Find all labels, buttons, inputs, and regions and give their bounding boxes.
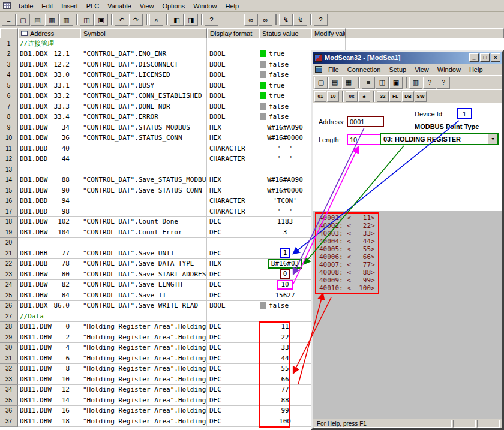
status-value-cell[interactable]: B#16#03 xyxy=(259,259,311,270)
menu-edit[interactable]: Edit xyxy=(37,1,57,11)
address-cell[interactable]: DB11.DBW10 xyxy=(18,374,80,385)
copy-button[interactable]: ◫ xyxy=(80,14,94,26)
symbol-cell[interactable] xyxy=(80,154,207,165)
status-value-cell[interactable]: 100 xyxy=(259,416,311,427)
format-cell[interactable]: BOOL xyxy=(207,112,259,123)
modbus-point-type-select[interactable]: 03: HOLDING REGISTER ▼ xyxy=(380,133,499,145)
address-cell[interactable]: DB11.DBW6 xyxy=(18,353,80,364)
address-cell[interactable]: DB11.DBW14 xyxy=(18,395,80,406)
row-number[interactable]: 10 xyxy=(0,133,18,144)
format-cell[interactable]: HEX xyxy=(207,133,259,144)
menu-variable[interactable]: Variable xyxy=(103,1,136,11)
row-number[interactable]: 35 xyxy=(0,395,18,406)
address-cell[interactable]: DB11.DBW12 xyxy=(18,385,80,396)
disconnect-plc-button[interactable]: ◨ xyxy=(184,14,198,26)
row-number[interactable]: 34 xyxy=(0,385,18,396)
status-value-cell[interactable]: 88 xyxy=(259,395,311,406)
modscan-menu-setup[interactable]: Setup xyxy=(385,64,410,75)
monitor-once-button[interactable]: ∞ xyxy=(244,14,258,26)
format-cell[interactable]: HEX xyxy=(207,185,259,196)
status-value-cell[interactable] xyxy=(259,238,311,249)
format-cell[interactable]: BOOL xyxy=(207,49,259,60)
symbol-cell[interactable]: "Holding Register Area".Holding_R xyxy=(80,416,207,427)
format-cell[interactable]: DEC xyxy=(207,395,259,406)
row-number[interactable]: 19 xyxy=(0,227,18,238)
status-value-cell[interactable]: 1 xyxy=(259,248,311,259)
format-cell[interactable] xyxy=(207,238,259,249)
modscan-menu-help[interactable]: Help xyxy=(465,64,487,75)
modify-value-header[interactable]: Modify value xyxy=(311,28,346,38)
help-what-button[interactable]: ? xyxy=(314,14,328,26)
symbol-cell[interactable]: "CONTROL_DAT".DISCONNECT xyxy=(80,59,207,70)
row-number[interactable]: 3 xyxy=(0,59,18,70)
menu-table[interactable]: Table xyxy=(13,1,37,11)
status-value-cell[interactable]: ' ' xyxy=(259,143,311,154)
status-value-cell[interactable]: false xyxy=(259,70,311,81)
symbol-cell[interactable]: "CONTROL_DAT".BUSY xyxy=(80,80,207,91)
row-number[interactable]: 27 xyxy=(0,311,18,322)
status-value-cell[interactable] xyxy=(259,311,311,322)
symbol-cell[interactable]: "Holding Register Area".Holding_R xyxy=(80,406,207,417)
symbol-cell[interactable]: "CONTROL_DAT".Save_WRITE_READ xyxy=(80,301,207,312)
register-row[interactable]: 40005: < 55> xyxy=(319,245,375,253)
redo-button[interactable]: ↷ xyxy=(129,14,143,26)
row-number[interactable]: 13 xyxy=(0,164,18,175)
address-cell[interactable]: DB1.DBD94 xyxy=(18,196,80,207)
register-row[interactable]: 40001: < 11> xyxy=(319,214,375,222)
status-value-cell[interactable]: ' ' xyxy=(259,154,311,165)
format-cell[interactable]: BOOL xyxy=(207,101,259,112)
symbol-cell[interactable] xyxy=(80,38,207,49)
save-file-button[interactable]: ▦ xyxy=(342,77,355,89)
menu-plc[interactable]: PLC xyxy=(82,1,103,11)
row-number[interactable]: 37 xyxy=(0,416,18,427)
address-cell[interactable]: DB11.DBW8 xyxy=(18,364,80,375)
row-number[interactable]: 36 xyxy=(0,406,18,417)
address-cell[interactable]: DB1.DBW90 xyxy=(18,185,80,196)
status-value-cell[interactable]: 99 xyxy=(259,406,311,417)
modscan-titlebar[interactable]: ModScan32 - [ModSca1] _□× xyxy=(313,52,502,64)
address-cell[interactable]: DB1.DBW82 xyxy=(18,280,80,291)
format-cell[interactable]: HEX xyxy=(207,175,259,186)
fmt-binary-button[interactable]: 01 xyxy=(314,91,326,102)
status-value-cell[interactable]: 22 xyxy=(259,332,311,343)
status-value-cell[interactable]: false xyxy=(259,112,311,123)
symbol-cell[interactable]: "CONTROL_DAT".Count_Error xyxy=(80,227,207,238)
row-number[interactable]: 25 xyxy=(0,290,18,301)
format-cell[interactable]: CHARACTER xyxy=(207,196,259,207)
format-cell[interactable]: CHARACTER xyxy=(207,206,259,217)
format-cell[interactable] xyxy=(207,311,259,322)
symbol-cell[interactable]: "CONTROL_DAT".STATUS_MODBUS xyxy=(80,122,207,133)
dropdown-arrow-icon[interactable]: ▼ xyxy=(488,134,497,144)
status-value-cell[interactable]: 66 xyxy=(259,374,311,385)
format-cell[interactable] xyxy=(207,38,259,49)
address-cell[interactable]: DB11.DBW16 xyxy=(18,406,80,417)
address-cell[interactable]: DB1.DBX33.1 xyxy=(18,80,80,91)
address-cell[interactable]: DB1.DBW104 xyxy=(18,227,80,238)
format-cell[interactable]: DEC xyxy=(207,374,259,385)
row-number[interactable]: 2 xyxy=(0,49,18,60)
open-table-button[interactable]: ▤ xyxy=(31,14,44,26)
about-button[interactable]: ? xyxy=(423,77,436,89)
format-cell[interactable]: DEC xyxy=(207,322,259,333)
symbol-cell[interactable]: "CONTROL_DAT".Save_START_ADDRESS xyxy=(80,269,207,280)
fmt-hex-button[interactable]: 0x xyxy=(346,91,358,102)
symbol-cell[interactable]: "CONTROL_DAT".ERROR xyxy=(80,112,207,123)
format-cell[interactable]: DEC xyxy=(207,217,259,228)
symbol-cell[interactable] xyxy=(80,238,207,249)
row-number[interactable]: 6 xyxy=(0,91,18,102)
format-cell[interactable]: DEC xyxy=(207,406,259,417)
format-cell[interactable]: DEC xyxy=(207,280,259,291)
row-number[interactable]: 24 xyxy=(0,280,18,291)
maximize-button[interactable]: □ xyxy=(480,53,490,62)
status-value-cell[interactable]: true xyxy=(259,80,311,91)
fmt-double-button[interactable]: DB xyxy=(402,91,414,102)
status-value-cell[interactable]: 0 xyxy=(259,269,311,280)
address-cell[interactable]: DB1.DBX33.2 xyxy=(18,91,80,102)
status-value-cell[interactable]: 33 xyxy=(259,343,311,354)
format-cell[interactable]: BOOL xyxy=(207,91,259,102)
row-number[interactable]: 9 xyxy=(0,122,18,133)
modify-value-cell[interactable] xyxy=(311,38,346,49)
status-value-cell[interactable]: 1183 xyxy=(259,217,311,228)
fmt-float-button[interactable]: FL xyxy=(389,91,401,102)
symbol-cell[interactable] xyxy=(80,143,207,154)
